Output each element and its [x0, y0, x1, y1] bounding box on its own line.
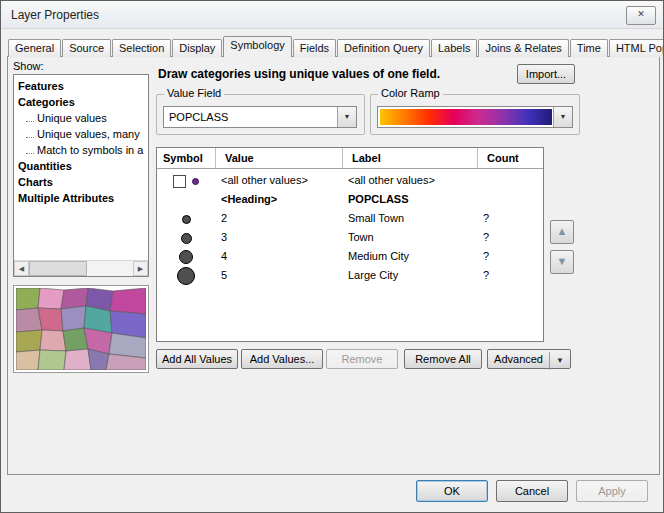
scrollbar-thumb[interactable]: [29, 261, 87, 276]
unique-values-table: Symbol Value Label Count <all other valu…: [156, 147, 544, 342]
import-button[interactable]: Import...: [517, 64, 575, 84]
move-up-button[interactable]: ▲: [550, 220, 574, 244]
tab-fields[interactable]: Fields: [293, 39, 336, 57]
row-count: ?: [481, 228, 543, 247]
show-label: Show:: [13, 60, 44, 72]
tree-item-features[interactable]: Features: [14, 78, 148, 94]
row-value: 3: [219, 228, 343, 247]
row-symbol-cell[interactable]: [157, 171, 215, 190]
tab-display[interactable]: Display: [172, 39, 222, 57]
column-header-value[interactable]: Value: [219, 148, 254, 168]
close-icon[interactable]: ✕: [626, 6, 656, 25]
table-row[interactable]: 5 Large City ?: [157, 266, 543, 285]
tree-item-match-symbols[interactable]: Match to symbols in a: [14, 142, 148, 158]
tree-item-quantities[interactable]: Quantities: [14, 158, 148, 174]
tab-definition-query[interactable]: Definition Query: [337, 39, 430, 57]
value-field-selected: POPCLASS: [169, 107, 228, 127]
graduated-circle-icon[interactable]: [182, 215, 191, 224]
row-label[interactable]: <all other values>: [346, 171, 478, 190]
row-value: 2: [219, 209, 343, 228]
layer-preview-map: [13, 285, 149, 373]
panel-title: Draw categories using unique values of o…: [158, 67, 508, 81]
remove-button: Remove: [326, 349, 398, 369]
row-symbol-cell[interactable]: [157, 266, 215, 285]
tree-item-multiple-attributes[interactable]: Multiple Attributes: [14, 190, 148, 206]
tree-item-unique-values[interactable]: Unique values: [14, 110, 148, 126]
row-label[interactable]: Small Town: [346, 209, 478, 228]
row-value: <all other values>: [219, 171, 343, 190]
up-arrow-icon: ▲: [557, 225, 568, 237]
move-down-button[interactable]: ▼: [550, 250, 574, 274]
scroll-right-icon[interactable]: ▶: [133, 261, 148, 276]
color-ramp-dropdown[interactable]: ▼: [377, 106, 573, 128]
tab-joins-relates[interactable]: Joins & Relates: [478, 39, 568, 57]
tab-source[interactable]: Source: [62, 39, 111, 57]
tab-strip: General Source Selection Display Symbolo…: [8, 37, 664, 57]
value-field-legend: Value Field: [164, 87, 224, 99]
column-header-count[interactable]: Count: [481, 148, 519, 168]
table-row[interactable]: <all other values> <all other values>: [157, 171, 543, 190]
graduated-circle-icon[interactable]: [179, 250, 193, 264]
table-row[interactable]: <Heading> POPCLASS: [157, 190, 543, 209]
row-count: ?: [481, 266, 543, 285]
tab-selection[interactable]: Selection: [112, 39, 171, 57]
row-value: <Heading>: [219, 190, 343, 209]
add-values-button[interactable]: Add Values...: [241, 349, 323, 369]
all-other-values-checkbox[interactable]: [173, 175, 186, 188]
cancel-button[interactable]: Cancel: [496, 480, 568, 502]
row-label[interactable]: Medium City: [346, 247, 478, 266]
row-count: ?: [481, 209, 543, 228]
row-symbol-cell[interactable]: [157, 247, 215, 266]
row-value: 4: [219, 247, 343, 266]
row-label[interactable]: POPCLASS: [346, 190, 478, 209]
tab-labels[interactable]: Labels: [431, 39, 477, 57]
color-ramp-legend: Color Ramp: [378, 87, 443, 99]
apply-button: Apply: [576, 480, 648, 502]
tab-html-popup[interactable]: HTML Popup: [609, 39, 664, 57]
window-title: Layer Properties: [11, 8, 99, 22]
chevron-down-icon: ▼: [549, 352, 564, 370]
table-header: Symbol Value Label Count: [157, 148, 543, 169]
tab-symbology[interactable]: Symbology: [223, 36, 291, 57]
chevron-down-icon[interactable]: ▼: [553, 107, 572, 127]
column-header-symbol[interactable]: Symbol: [157, 148, 203, 168]
value-field-dropdown[interactable]: POPCLASS ▼: [163, 106, 357, 128]
table-row[interactable]: 4 Medium City ?: [157, 247, 543, 266]
tab-time[interactable]: Time: [570, 39, 608, 57]
tree-horizontal-scrollbar[interactable]: ◀ ▶: [14, 260, 148, 276]
advanced-button[interactable]: Advanced▼: [487, 349, 571, 369]
chevron-down-icon[interactable]: ▼: [337, 107, 356, 127]
value-field-group: Value Field POPCLASS ▼: [156, 94, 365, 135]
graduated-circle-icon[interactable]: [181, 233, 192, 244]
ok-button[interactable]: OK: [416, 480, 488, 502]
row-count: ?: [481, 247, 543, 266]
advanced-button-label: Advanced: [494, 353, 543, 365]
tree-item-charts[interactable]: Charts: [14, 174, 148, 190]
column-header-label[interactable]: Label: [346, 148, 381, 168]
graduated-circle-icon[interactable]: [177, 267, 195, 285]
row-value: 5: [219, 266, 343, 285]
row-label[interactable]: Town: [346, 228, 478, 247]
remove-all-button[interactable]: Remove All: [404, 349, 482, 369]
show-tree: Features Categories Unique values Unique…: [13, 74, 149, 277]
tab-general[interactable]: General: [8, 39, 61, 57]
tree-item-categories[interactable]: Categories: [14, 94, 148, 110]
row-symbol-cell[interactable]: [157, 209, 215, 228]
all-other-values-symbol-icon[interactable]: [192, 178, 199, 185]
scroll-left-icon[interactable]: ◀: [14, 261, 29, 276]
table-row[interactable]: 2 Small Town ?: [157, 209, 543, 228]
layer-properties-dialog: Layer Properties ✕ General Source Select…: [0, 0, 664, 513]
row-label[interactable]: Large City: [346, 266, 478, 285]
down-arrow-icon: ▼: [557, 255, 568, 267]
table-row[interactable]: 3 Town ?: [157, 228, 543, 247]
tree-item-unique-values-many[interactable]: Unique values, many: [14, 126, 148, 142]
row-symbol-cell[interactable]: [157, 228, 215, 247]
color-ramp-group: Color Ramp ▼: [370, 94, 580, 135]
add-all-values-button[interactable]: Add All Values: [156, 349, 238, 369]
titlebar[interactable]: Layer Properties ✕: [1, 1, 663, 29]
color-ramp-gradient: [380, 109, 552, 125]
